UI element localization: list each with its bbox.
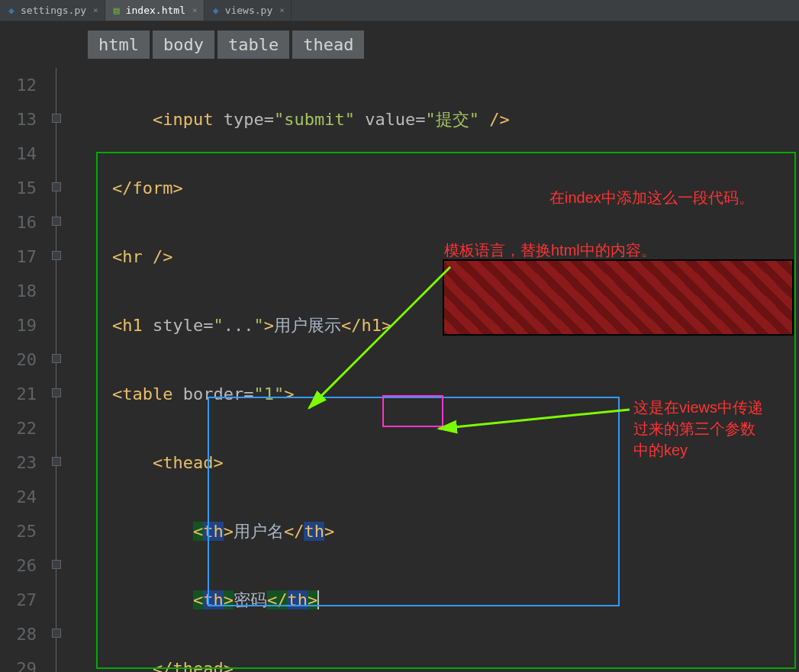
code-line: </thead>: [72, 651, 799, 672]
line-number: 18: [0, 274, 37, 308]
fold-gutter: [47, 68, 72, 671]
cursor: [317, 590, 319, 609]
fold-marker-icon[interactable]: [52, 217, 61, 226]
line-number: 24: [0, 480, 37, 514]
breadcrumb-item[interactable]: thead: [292, 31, 364, 59]
line-number: 16: [0, 205, 37, 240]
censored-area: [443, 259, 794, 336]
tab-label: views.py: [225, 5, 273, 16]
line-number: 26: [0, 548, 37, 583]
line-number-gutter: 12 13 14 15 16 17 18 19 20 21 22 23 24 2…: [0, 68, 47, 671]
tab-views-py[interactable]: ◆ views.py ×: [205, 0, 292, 21]
line-number: 19: [0, 308, 37, 342]
close-icon[interactable]: ×: [93, 5, 98, 15]
tab-label: index.html: [126, 5, 185, 16]
breadcrumb: html body table thead: [0, 21, 799, 68]
line-number: 22: [0, 411, 37, 445]
line-number: 23: [0, 445, 37, 480]
line-number: 17: [0, 240, 37, 274]
close-icon[interactable]: ×: [192, 5, 198, 15]
line-number: 20: [0, 342, 37, 377]
fold-line: [56, 68, 56, 672]
breadcrumb-item[interactable]: html: [88, 31, 150, 59]
python-file-icon: ◆: [6, 5, 17, 16]
fold-marker-icon[interactable]: [52, 388, 61, 397]
html-file-icon: ▤: [111, 5, 122, 16]
fold-marker-icon[interactable]: [52, 560, 61, 569]
close-icon[interactable]: ×: [279, 5, 285, 15]
breadcrumb-item[interactable]: table: [217, 31, 289, 59]
line-number: 15: [0, 171, 37, 205]
tab-index-html[interactable]: ▤ index.html ×: [105, 0, 205, 21]
fold-marker-icon[interactable]: [52, 251, 61, 260]
annotation-text: 在index中添加这么一段代码。: [549, 187, 754, 208]
line-number: 29: [0, 651, 37, 672]
python-file-icon: ◆: [211, 5, 221, 16]
line-number: 28: [0, 617, 37, 651]
fold-marker-icon[interactable]: [52, 182, 61, 191]
code-content[interactable]: <input type="submit" value="提交" /> </for…: [72, 68, 799, 671]
breadcrumb-item[interactable]: body: [153, 31, 214, 59]
code-line: <input type="submit" value="提交" />: [72, 102, 799, 137]
line-number: 21: [0, 377, 37, 411]
line-number: 25: [0, 514, 37, 548]
fold-marker-icon[interactable]: [52, 629, 61, 638]
code-editor[interactable]: 12 13 14 15 16 17 18 19 20 21 22 23 24 2…: [0, 68, 799, 671]
fold-marker-icon[interactable]: [52, 457, 61, 466]
code-line: <th>用户名</th>: [72, 514, 799, 548]
annotation-text: 模板语言，替换html中的内容。: [444, 240, 656, 261]
fold-marker-icon[interactable]: [52, 114, 61, 123]
tab-settings-py[interactable]: ◆ settings.py ×: [0, 0, 105, 21]
line-number: 13: [0, 102, 37, 137]
annotation-text: 这是在views中传递 过来的第三个参数 中的key: [633, 397, 763, 461]
line-number: 27: [0, 583, 37, 617]
fold-marker-icon[interactable]: [52, 354, 61, 363]
tab-label: settings.py: [21, 5, 86, 16]
line-number: 12: [0, 68, 37, 102]
code-line: <th>密码</th>: [72, 583, 799, 617]
editor-tabs: ◆ settings.py × ▤ index.html × ◆ views.p…: [0, 0, 799, 21]
line-number: 14: [0, 137, 37, 171]
